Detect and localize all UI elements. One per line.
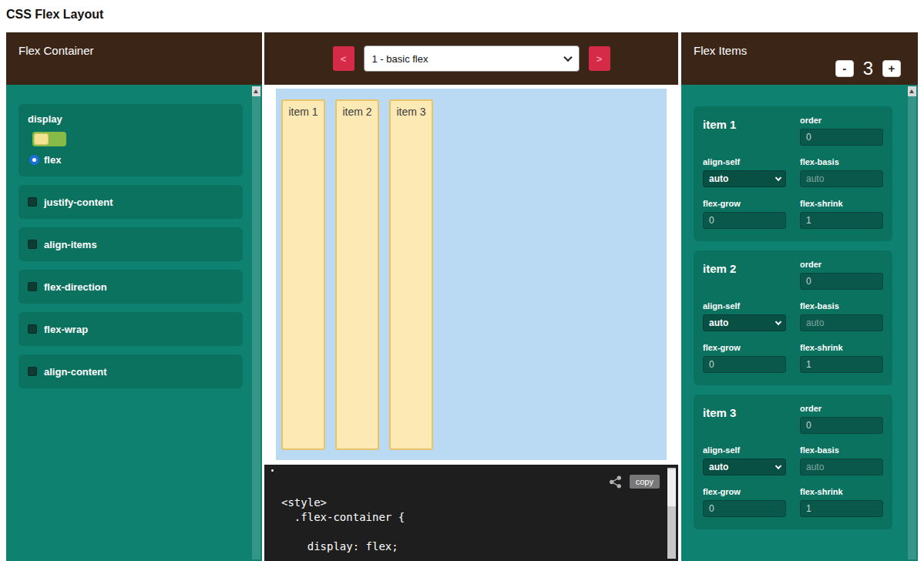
flex-grow-field: flex-grow (703, 199, 786, 229)
code-scrollbar[interactable] (667, 468, 676, 559)
flex-shrink-input[interactable] (800, 500, 883, 517)
flex-demo-item-3: item 3 (389, 99, 433, 450)
flex-basis-field: flex-basis (800, 445, 883, 475)
align-self-label: align-self (703, 157, 786, 166)
flex-wrap-label: flex-wrap (44, 324, 88, 335)
flex-demo-item-2: item 2 (335, 99, 379, 450)
prev-example-button[interactable]: < (333, 46, 354, 71)
flex-shrink-input[interactable] (800, 356, 883, 373)
prop-card-flex-direction: flex-direction (18, 270, 243, 304)
flex-demo-item-1: item 1 (281, 99, 325, 450)
order-field: order (800, 404, 883, 434)
item-card-3: item 3 order align-self auto flex-basis (694, 395, 892, 529)
order-field: order (800, 260, 883, 290)
flex-shrink-field: flex-shrink (800, 487, 883, 517)
item-card-title: item 3 (703, 404, 786, 434)
copy-button[interactable]: copy (630, 475, 660, 489)
prop-card-align-items: align-items (18, 227, 243, 261)
align-content-label: align-content (44, 366, 107, 378)
align-self-select[interactable]: auto (703, 170, 786, 187)
align-self-label: align-self (703, 301, 786, 311)
next-example-button[interactable]: > (589, 46, 610, 71)
flex-basis-label: flex-basis (800, 445, 883, 455)
code-scrollbar-thumb[interactable] (667, 469, 676, 506)
item-card-title: item 2 (703, 260, 786, 290)
justify-content-label: justify-content (44, 197, 113, 208)
flex-grow-label: flex-grow (703, 199, 786, 208)
display-flex-radio-row: flex (29, 154, 234, 166)
flex-grow-label: flex-grow (703, 343, 786, 352)
flex-items-body: item 1 order align-self auto flex-basis (681, 85, 918, 561)
flex-container-title: Flex Container (18, 44, 94, 57)
flex-shrink-field: flex-shrink (800, 199, 883, 229)
flex-grow-input[interactable] (703, 500, 786, 517)
left-panel-scrollbar[interactable] (252, 86, 260, 559)
justify-content-checkbox[interactable] (28, 197, 37, 207)
example-select[interactable]: 1 - basic flex (364, 45, 580, 72)
display-label: display (28, 113, 234, 125)
flex-direction-checkbox[interactable] (28, 282, 37, 291)
align-self-field: align-self auto (703, 157, 786, 187)
item-card-2: item 2 order align-self auto flex-basis (694, 250, 892, 385)
order-input[interactable] (800, 417, 883, 434)
code-panel: copy <style> .flex-container { display: … (264, 465, 678, 561)
flex-wrap-checkbox[interactable] (28, 324, 37, 334)
align-items-label: align-items (44, 239, 97, 250)
scroll-up-icon[interactable] (252, 86, 260, 96)
code-bullet-icon (271, 469, 274, 472)
flex-basis-input[interactable] (800, 459, 883, 475)
flex-shrink-field: flex-shrink (800, 343, 883, 373)
flex-basis-field: flex-basis (800, 157, 883, 187)
align-items-checkbox[interactable] (28, 240, 37, 249)
toggle-knob-icon (34, 133, 49, 145)
prop-card-align-content: align-content (18, 354, 243, 388)
prop-card-justify-content: justify-content (18, 185, 243, 219)
flex-basis-input[interactable] (800, 170, 883, 187)
flex-basis-field: flex-basis (800, 301, 883, 331)
item-count: 3 (863, 58, 873, 79)
preview-column: < 1 - basic flex > item 1 item 2 item 3 (264, 32, 678, 561)
item-card-title: item 1 (703, 116, 786, 146)
share-icon[interactable] (609, 475, 622, 489)
flex-items-panel: Flex Items - 3 + item 1 order align-self… (681, 32, 918, 561)
align-content-checkbox[interactable] (28, 367, 37, 376)
item-card-1: item 1 order align-self auto flex-basis (694, 106, 892, 241)
flex-items-title: Flex Items (694, 44, 747, 57)
flex-grow-label: flex-grow (703, 487, 786, 496)
order-label: order (800, 404, 883, 413)
remove-item-button[interactable]: - (835, 60, 854, 77)
flex-items-header: Flex Items - 3 + (681, 32, 918, 85)
page-title: CSS Flex Layout (6, 8, 103, 22)
flex-basis-label: flex-basis (800, 157, 883, 166)
flex-radio[interactable] (29, 155, 39, 165)
align-self-select[interactable]: auto (703, 314, 786, 331)
flex-grow-input[interactable] (703, 212, 786, 229)
display-card: display flex (18, 104, 243, 176)
flex-basis-label: flex-basis (800, 301, 883, 311)
right-panel-scrollbar[interactable] (908, 86, 916, 559)
flex-grow-input[interactable] (703, 356, 786, 373)
example-nav-bar: < 1 - basic flex > (264, 32, 678, 85)
order-label: order (800, 260, 883, 269)
flex-container-panel: Flex Container display flex justify-cont… (6, 32, 262, 561)
item-count-controls: - 3 + (835, 58, 901, 79)
flex-preview-container: item 1 item 2 item 3 (276, 89, 667, 460)
flex-radio-label: flex (44, 154, 61, 166)
flex-shrink-input[interactable] (800, 212, 883, 229)
align-self-select[interactable]: auto (703, 459, 786, 475)
order-input[interactable] (800, 273, 883, 290)
scroll-up-icon[interactable] (908, 86, 916, 96)
flex-container-body: display flex justify-content align-items… (6, 85, 262, 561)
order-input[interactable] (800, 129, 883, 146)
flex-grow-field: flex-grow (703, 343, 786, 373)
css-code-block: <style> .flex-container { display: flex; (281, 495, 405, 554)
display-toggle[interactable] (32, 132, 66, 146)
flex-shrink-label: flex-shrink (800, 199, 883, 208)
add-item-button[interactable]: + (882, 60, 901, 77)
flex-basis-input[interactable] (800, 314, 883, 331)
flex-direction-label: flex-direction (44, 281, 107, 293)
align-self-field: align-self auto (703, 445, 786, 475)
align-self-label: align-self (703, 445, 786, 455)
align-self-field: align-self auto (703, 301, 786, 331)
order-field: order (800, 116, 883, 146)
